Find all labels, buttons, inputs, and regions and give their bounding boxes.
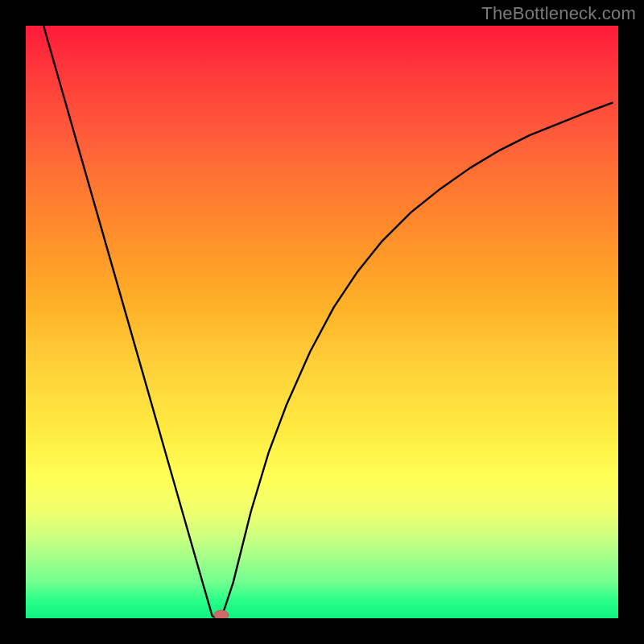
bottleneck-curve — [43, 26, 613, 618]
attribution-text: TheBottleneck.com — [481, 3, 636, 24]
min-marker — [214, 610, 229, 618]
curve-layer — [26, 26, 618, 618]
plot-area — [26, 26, 618, 618]
chart-frame: TheBottleneck.com — [0, 0, 644, 644]
